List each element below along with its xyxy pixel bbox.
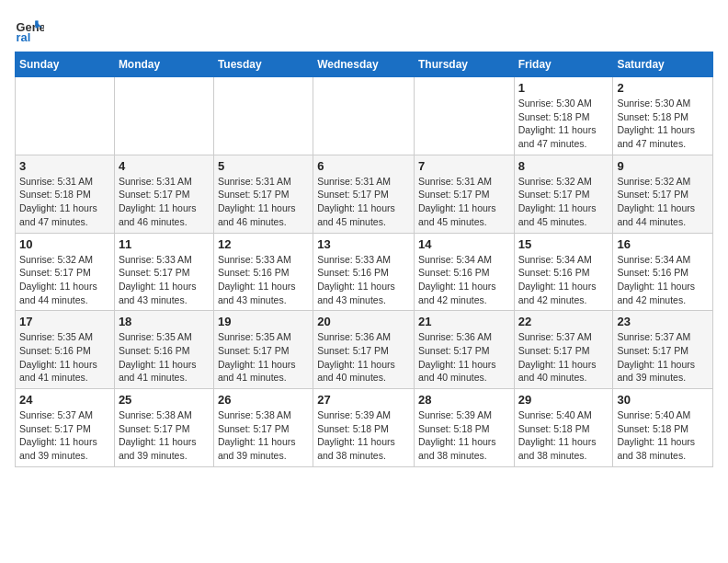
day-cell: 27Sunrise: 5:39 AM Sunset: 5:18 PM Dayli…: [313, 389, 415, 467]
day-number: 18: [119, 315, 210, 328]
day-cell: 20Sunrise: 5:36 AM Sunset: 5:17 PM Dayli…: [313, 311, 415, 389]
day-cell: 16Sunrise: 5:34 AM Sunset: 5:16 PM Dayli…: [613, 233, 713, 311]
day-info: Sunrise: 5:32 AM Sunset: 5:17 PM Dayligh…: [19, 253, 110, 307]
day-number: 9: [617, 159, 709, 173]
day-cell: 1Sunrise: 5:30 AM Sunset: 5:18 PM Daylig…: [514, 77, 613, 155]
day-cell: [414, 77, 514, 155]
day-info: Sunrise: 5:38 AM Sunset: 5:17 PM Dayligh…: [218, 408, 309, 463]
day-cell: 17Sunrise: 5:35 AM Sunset: 5:16 PM Dayli…: [16, 311, 115, 389]
day-number: 27: [317, 393, 410, 407]
day-cell: 9Sunrise: 5:32 AM Sunset: 5:17 PM Daylig…: [613, 155, 713, 233]
day-number: 21: [418, 315, 510, 328]
day-number: 28: [418, 393, 510, 407]
day-info: Sunrise: 5:37 AM Sunset: 5:17 PM Dayligh…: [518, 330, 609, 385]
weekday-header-row: SundayMondayTuesdayWednesdayThursdayFrid…: [16, 52, 713, 77]
day-info: Sunrise: 5:38 AM Sunset: 5:17 PM Dayligh…: [119, 408, 210, 463]
svg-text:ral: ral: [17, 30, 31, 44]
day-info: Sunrise: 5:39 AM Sunset: 5:18 PM Dayligh…: [418, 408, 510, 463]
day-cell: 29Sunrise: 5:40 AM Sunset: 5:18 PM Dayli…: [514, 389, 613, 467]
day-info: Sunrise: 5:31 AM Sunset: 5:17 PM Dayligh…: [317, 175, 410, 229]
day-cell: [213, 77, 313, 155]
week-row-3: 10Sunrise: 5:32 AM Sunset: 5:17 PM Dayli…: [16, 233, 713, 311]
day-cell: 24Sunrise: 5:37 AM Sunset: 5:17 PM Dayli…: [16, 389, 115, 467]
header: Gene ral: [15, 15, 713, 44]
day-number: 3: [19, 159, 110, 173]
day-number: 24: [19, 393, 110, 407]
day-info: Sunrise: 5:39 AM Sunset: 5:18 PM Dayligh…: [317, 408, 410, 463]
day-cell: 26Sunrise: 5:38 AM Sunset: 5:17 PM Dayli…: [213, 389, 313, 467]
weekday-header-wednesday: Wednesday: [313, 52, 415, 77]
day-info: Sunrise: 5:30 AM Sunset: 5:18 PM Dayligh…: [518, 97, 609, 151]
day-number: 12: [218, 237, 309, 251]
day-cell: 11Sunrise: 5:33 AM Sunset: 5:17 PM Dayli…: [114, 233, 213, 311]
day-number: 6: [317, 159, 410, 173]
day-info: Sunrise: 5:34 AM Sunset: 5:16 PM Dayligh…: [617, 253, 709, 307]
week-row-5: 24Sunrise: 5:37 AM Sunset: 5:17 PM Dayli…: [16, 389, 713, 467]
weekday-header-tuesday: Tuesday: [213, 52, 313, 77]
day-cell: 10Sunrise: 5:32 AM Sunset: 5:17 PM Dayli…: [16, 233, 115, 311]
day-number: 25: [119, 393, 210, 407]
day-info: Sunrise: 5:33 AM Sunset: 5:17 PM Dayligh…: [119, 253, 210, 307]
day-info: Sunrise: 5:34 AM Sunset: 5:16 PM Dayligh…: [518, 253, 609, 307]
day-info: Sunrise: 5:31 AM Sunset: 5:17 PM Dayligh…: [218, 175, 309, 229]
day-info: Sunrise: 5:34 AM Sunset: 5:16 PM Dayligh…: [418, 253, 510, 307]
weekday-header-monday: Monday: [114, 52, 213, 77]
day-cell: 18Sunrise: 5:35 AM Sunset: 5:16 PM Dayli…: [114, 311, 213, 389]
calendar-table: SundayMondayTuesdayWednesdayThursdayFrid…: [15, 52, 713, 467]
day-info: Sunrise: 5:32 AM Sunset: 5:17 PM Dayligh…: [617, 175, 709, 229]
day-number: 22: [518, 315, 609, 328]
day-info: Sunrise: 5:32 AM Sunset: 5:17 PM Dayligh…: [518, 175, 609, 229]
day-info: Sunrise: 5:35 AM Sunset: 5:16 PM Dayligh…: [119, 330, 210, 385]
day-cell: 22Sunrise: 5:37 AM Sunset: 5:17 PM Dayli…: [514, 311, 613, 389]
day-cell: [114, 77, 213, 155]
weekday-header-saturday: Saturday: [613, 52, 713, 77]
day-cell: 5Sunrise: 5:31 AM Sunset: 5:17 PM Daylig…: [213, 155, 313, 233]
svg-rect-3: [35, 20, 38, 28]
weekday-header-sunday: Sunday: [16, 52, 115, 77]
day-number: 2: [617, 81, 709, 95]
day-cell: 23Sunrise: 5:37 AM Sunset: 5:17 PM Dayli…: [613, 311, 713, 389]
logo: Gene ral: [15, 15, 48, 44]
day-cell: 6Sunrise: 5:31 AM Sunset: 5:17 PM Daylig…: [313, 155, 415, 233]
day-info: Sunrise: 5:36 AM Sunset: 5:17 PM Dayligh…: [418, 330, 510, 385]
day-cell: 13Sunrise: 5:33 AM Sunset: 5:16 PM Dayli…: [313, 233, 415, 311]
day-cell: 2Sunrise: 5:30 AM Sunset: 5:18 PM Daylig…: [613, 77, 713, 155]
day-cell: [313, 77, 415, 155]
logo-icon: Gene ral: [15, 15, 44, 44]
day-cell: 21Sunrise: 5:36 AM Sunset: 5:17 PM Dayli…: [414, 311, 514, 389]
weekday-header-thursday: Thursday: [414, 52, 514, 77]
day-cell: 19Sunrise: 5:35 AM Sunset: 5:17 PM Dayli…: [213, 311, 313, 389]
day-number: 5: [218, 159, 309, 173]
day-cell: 30Sunrise: 5:40 AM Sunset: 5:18 PM Dayli…: [613, 389, 713, 467]
day-number: 17: [19, 315, 110, 328]
day-cell: 15Sunrise: 5:34 AM Sunset: 5:16 PM Dayli…: [514, 233, 613, 311]
week-row-2: 3Sunrise: 5:31 AM Sunset: 5:18 PM Daylig…: [16, 155, 713, 233]
day-cell: 14Sunrise: 5:34 AM Sunset: 5:16 PM Dayli…: [414, 233, 514, 311]
day-cell: [16, 77, 115, 155]
day-number: 1: [518, 81, 609, 95]
day-info: Sunrise: 5:37 AM Sunset: 5:17 PM Dayligh…: [617, 330, 709, 385]
day-number: 30: [617, 393, 709, 407]
day-cell: 8Sunrise: 5:32 AM Sunset: 5:17 PM Daylig…: [514, 155, 613, 233]
day-cell: 7Sunrise: 5:31 AM Sunset: 5:17 PM Daylig…: [414, 155, 514, 233]
day-info: Sunrise: 5:33 AM Sunset: 5:16 PM Dayligh…: [317, 253, 410, 307]
day-info: Sunrise: 5:40 AM Sunset: 5:18 PM Dayligh…: [518, 408, 609, 463]
day-info: Sunrise: 5:31 AM Sunset: 5:17 PM Dayligh…: [418, 175, 510, 229]
day-number: 15: [518, 237, 609, 251]
day-number: 10: [19, 237, 110, 251]
day-info: Sunrise: 5:35 AM Sunset: 5:17 PM Dayligh…: [218, 330, 309, 385]
day-number: 4: [119, 159, 210, 173]
day-info: Sunrise: 5:31 AM Sunset: 5:18 PM Dayligh…: [19, 175, 110, 229]
day-number: 14: [418, 237, 510, 251]
day-number: 13: [317, 237, 410, 251]
day-info: Sunrise: 5:40 AM Sunset: 5:18 PM Dayligh…: [617, 408, 709, 463]
day-cell: 4Sunrise: 5:31 AM Sunset: 5:17 PM Daylig…: [114, 155, 213, 233]
day-cell: 3Sunrise: 5:31 AM Sunset: 5:18 PM Daylig…: [16, 155, 115, 233]
day-number: 23: [617, 315, 709, 328]
week-row-1: 1Sunrise: 5:30 AM Sunset: 5:18 PM Daylig…: [16, 77, 713, 155]
day-number: 19: [218, 315, 309, 328]
day-cell: 28Sunrise: 5:39 AM Sunset: 5:18 PM Dayli…: [414, 389, 514, 467]
day-number: 29: [518, 393, 609, 407]
day-number: 16: [617, 237, 709, 251]
day-info: Sunrise: 5:33 AM Sunset: 5:16 PM Dayligh…: [218, 253, 309, 307]
